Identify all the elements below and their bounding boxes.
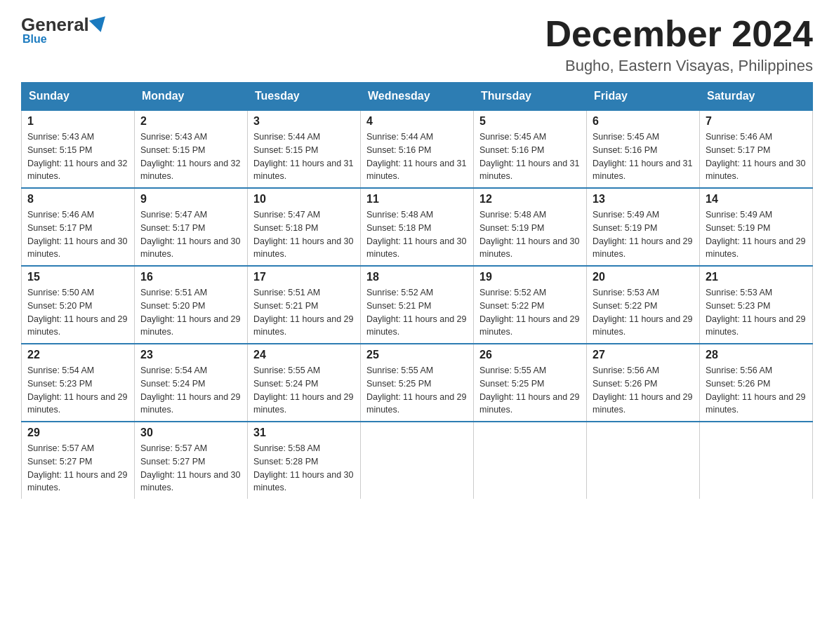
table-row: 31 Sunrise: 5:58 AM Sunset: 5:28 PM Dayl… xyxy=(248,422,361,499)
table-row xyxy=(474,422,587,499)
day-number: 29 xyxy=(27,427,128,439)
day-info: Sunrise: 5:49 AM Sunset: 5:19 PM Dayligh… xyxy=(593,208,694,261)
table-row: 30 Sunrise: 5:57 AM Sunset: 5:27 PM Dayl… xyxy=(135,422,248,499)
day-info: Sunrise: 5:46 AM Sunset: 5:17 PM Dayligh… xyxy=(706,130,807,183)
day-number: 12 xyxy=(479,193,581,206)
table-row xyxy=(700,422,813,499)
col-monday: Monday xyxy=(135,83,248,111)
calendar-week-1: 1 Sunrise: 5:43 AM Sunset: 5:15 PM Dayli… xyxy=(22,110,813,188)
day-info: Sunrise: 5:57 AM Sunset: 5:27 PM Dayligh… xyxy=(27,442,128,495)
day-info: Sunrise: 5:45 AM Sunset: 5:16 PM Dayligh… xyxy=(593,130,694,183)
table-row: 5 Sunrise: 5:45 AM Sunset: 5:16 PM Dayli… xyxy=(474,110,587,188)
day-number: 31 xyxy=(253,427,355,439)
table-row: 23 Sunrise: 5:54 AM Sunset: 5:24 PM Dayl… xyxy=(135,344,248,422)
main-title: December 2024 xyxy=(545,14,813,54)
day-number: 28 xyxy=(706,349,807,361)
table-row: 8 Sunrise: 5:46 AM Sunset: 5:17 PM Dayli… xyxy=(22,188,135,266)
table-row: 21 Sunrise: 5:53 AM Sunset: 5:23 PM Dayl… xyxy=(700,266,813,344)
day-number: 11 xyxy=(366,193,468,206)
table-row: 12 Sunrise: 5:48 AM Sunset: 5:19 PM Dayl… xyxy=(474,188,587,266)
table-row: 6 Sunrise: 5:45 AM Sunset: 5:16 PM Dayli… xyxy=(587,110,700,188)
table-row: 29 Sunrise: 5:57 AM Sunset: 5:27 PM Dayl… xyxy=(22,422,135,499)
calendar-week-2: 8 Sunrise: 5:46 AM Sunset: 5:17 PM Dayli… xyxy=(22,188,813,266)
table-row: 28 Sunrise: 5:56 AM Sunset: 5:26 PM Dayl… xyxy=(700,344,813,422)
day-number: 17 xyxy=(253,271,355,283)
day-info: Sunrise: 5:55 AM Sunset: 5:25 PM Dayligh… xyxy=(366,364,468,417)
table-row: 22 Sunrise: 5:54 AM Sunset: 5:23 PM Dayl… xyxy=(22,344,135,422)
day-info: Sunrise: 5:52 AM Sunset: 5:22 PM Dayligh… xyxy=(479,286,581,339)
col-thursday: Thursday xyxy=(474,83,587,111)
day-number: 10 xyxy=(253,193,355,206)
day-info: Sunrise: 5:54 AM Sunset: 5:24 PM Dayligh… xyxy=(140,364,241,417)
day-number: 8 xyxy=(27,193,128,206)
day-number: 22 xyxy=(27,349,128,361)
calendar-week-5: 29 Sunrise: 5:57 AM Sunset: 5:27 PM Dayl… xyxy=(22,422,813,499)
day-number: 26 xyxy=(479,349,581,361)
day-info: Sunrise: 5:53 AM Sunset: 5:23 PM Dayligh… xyxy=(706,286,807,339)
day-number: 13 xyxy=(593,193,694,206)
table-row: 3 Sunrise: 5:44 AM Sunset: 5:15 PM Dayli… xyxy=(248,110,361,188)
day-info: Sunrise: 5:55 AM Sunset: 5:24 PM Dayligh… xyxy=(253,364,355,417)
table-row: 25 Sunrise: 5:55 AM Sunset: 5:25 PM Dayl… xyxy=(361,344,474,422)
day-info: Sunrise: 5:56 AM Sunset: 5:26 PM Dayligh… xyxy=(593,364,694,417)
table-row xyxy=(587,422,700,499)
day-number: 7 xyxy=(706,115,807,128)
day-info: Sunrise: 5:44 AM Sunset: 5:16 PM Dayligh… xyxy=(366,130,468,183)
table-row: 11 Sunrise: 5:48 AM Sunset: 5:18 PM Dayl… xyxy=(361,188,474,266)
table-row: 9 Sunrise: 5:47 AM Sunset: 5:17 PM Dayli… xyxy=(135,188,248,266)
day-number: 3 xyxy=(253,115,355,128)
table-row: 17 Sunrise: 5:51 AM Sunset: 5:21 PM Dayl… xyxy=(248,266,361,344)
logo-triangle-icon xyxy=(89,16,109,34)
day-number: 21 xyxy=(706,271,807,283)
col-friday: Friday xyxy=(587,83,700,111)
day-info: Sunrise: 5:57 AM Sunset: 5:27 PM Dayligh… xyxy=(140,442,241,495)
day-number: 24 xyxy=(253,349,355,361)
calendar-header-row: Sunday Monday Tuesday Wednesday Thursday… xyxy=(22,83,813,111)
day-number: 27 xyxy=(593,349,694,361)
day-info: Sunrise: 5:53 AM Sunset: 5:22 PM Dayligh… xyxy=(593,286,694,339)
table-row: 1 Sunrise: 5:43 AM Sunset: 5:15 PM Dayli… xyxy=(22,110,135,188)
day-info: Sunrise: 5:46 AM Sunset: 5:17 PM Dayligh… xyxy=(27,208,128,261)
day-number: 5 xyxy=(479,115,581,128)
col-saturday: Saturday xyxy=(700,83,813,111)
day-number: 30 xyxy=(140,427,241,439)
day-number: 6 xyxy=(593,115,694,128)
day-number: 9 xyxy=(140,193,241,206)
table-row: 14 Sunrise: 5:49 AM Sunset: 5:19 PM Dayl… xyxy=(700,188,813,266)
table-row: 26 Sunrise: 5:55 AM Sunset: 5:25 PM Dayl… xyxy=(474,344,587,422)
col-sunday: Sunday xyxy=(22,83,135,111)
day-number: 25 xyxy=(366,349,468,361)
day-info: Sunrise: 5:47 AM Sunset: 5:17 PM Dayligh… xyxy=(140,208,241,261)
table-row: 19 Sunrise: 5:52 AM Sunset: 5:22 PM Dayl… xyxy=(474,266,587,344)
day-info: Sunrise: 5:45 AM Sunset: 5:16 PM Dayligh… xyxy=(479,130,581,183)
day-number: 4 xyxy=(366,115,468,128)
day-info: Sunrise: 5:44 AM Sunset: 5:15 PM Dayligh… xyxy=(253,130,355,183)
table-row: 2 Sunrise: 5:43 AM Sunset: 5:15 PM Dayli… xyxy=(135,110,248,188)
day-number: 16 xyxy=(140,271,241,283)
table-row xyxy=(361,422,474,499)
table-row: 27 Sunrise: 5:56 AM Sunset: 5:26 PM Dayl… xyxy=(587,344,700,422)
table-row: 20 Sunrise: 5:53 AM Sunset: 5:22 PM Dayl… xyxy=(587,266,700,344)
day-info: Sunrise: 5:54 AM Sunset: 5:23 PM Dayligh… xyxy=(27,364,128,417)
day-info: Sunrise: 5:50 AM Sunset: 5:20 PM Dayligh… xyxy=(27,286,128,339)
table-row: 4 Sunrise: 5:44 AM Sunset: 5:16 PM Dayli… xyxy=(361,110,474,188)
table-row: 24 Sunrise: 5:55 AM Sunset: 5:24 PM Dayl… xyxy=(248,344,361,422)
day-number: 23 xyxy=(140,349,241,361)
day-info: Sunrise: 5:48 AM Sunset: 5:19 PM Dayligh… xyxy=(479,208,581,261)
title-block: December 2024 Bugho, Eastern Visayas, Ph… xyxy=(545,14,813,75)
calendar-table: Sunday Monday Tuesday Wednesday Thursday… xyxy=(21,82,813,499)
day-info: Sunrise: 5:51 AM Sunset: 5:21 PM Dayligh… xyxy=(253,286,355,339)
col-wednesday: Wednesday xyxy=(361,83,474,111)
col-tuesday: Tuesday xyxy=(248,83,361,111)
day-info: Sunrise: 5:56 AM Sunset: 5:26 PM Dayligh… xyxy=(706,364,807,417)
table-row: 13 Sunrise: 5:49 AM Sunset: 5:19 PM Dayl… xyxy=(587,188,700,266)
table-row: 16 Sunrise: 5:51 AM Sunset: 5:20 PM Dayl… xyxy=(135,266,248,344)
day-number: 2 xyxy=(140,115,241,128)
day-number: 18 xyxy=(366,271,468,283)
table-row: 18 Sunrise: 5:52 AM Sunset: 5:21 PM Dayl… xyxy=(361,266,474,344)
calendar-week-4: 22 Sunrise: 5:54 AM Sunset: 5:23 PM Dayl… xyxy=(22,344,813,422)
day-info: Sunrise: 5:49 AM Sunset: 5:19 PM Dayligh… xyxy=(706,208,807,261)
table-row: 15 Sunrise: 5:50 AM Sunset: 5:20 PM Dayl… xyxy=(22,266,135,344)
day-number: 19 xyxy=(479,271,581,283)
calendar-week-3: 15 Sunrise: 5:50 AM Sunset: 5:20 PM Dayl… xyxy=(22,266,813,344)
